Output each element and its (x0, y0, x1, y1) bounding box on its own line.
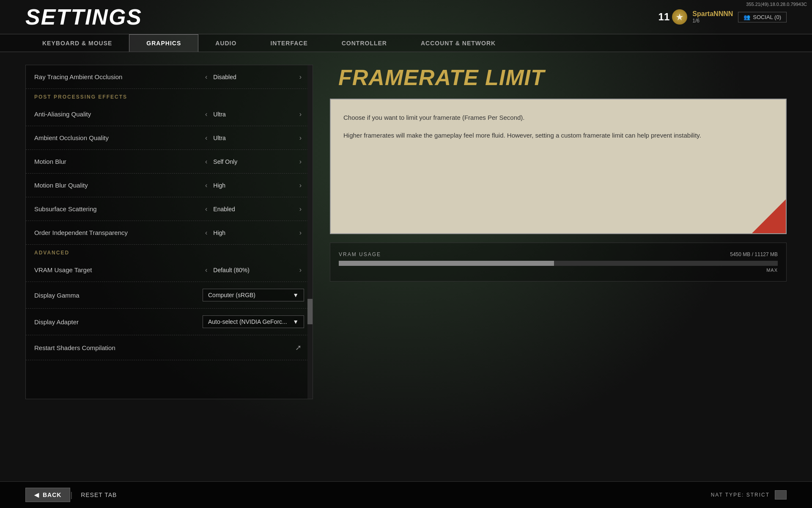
back-arrow-icon: ◀ (34, 491, 39, 498)
vram-used: 5450 MB (730, 251, 750, 257)
setting-display-adapter: Display Adapter Auto-select (NVIDIA GeFo… (26, 309, 313, 335)
tab-graphics[interactable]: GRAPHICS (129, 34, 198, 52)
info-panel: Framerate Limit Choose if you want to li… (330, 65, 787, 471)
subsurface-scattering-next[interactable]: › (297, 204, 304, 214)
scrollbar-thumb (307, 299, 313, 324)
order-transparency-label: Order Independent Transparency (34, 229, 128, 236)
vram-bar-fill (339, 261, 554, 266)
setting-motion-blur: Motion Blur ‹ Self Only › (26, 150, 313, 174)
ambient-occlusion-value: Ultra (213, 135, 293, 141)
order-transparency-value: High (213, 229, 293, 236)
motion-blur-quality-prev[interactable]: ‹ (203, 181, 210, 190)
vram-max-label: MAX (339, 268, 778, 273)
info-description-2: Higher framerates will make the gameplay… (343, 130, 773, 141)
setting-order-transparency: Order Independent Transparency ‹ High › (26, 221, 313, 245)
display-gamma-value: Computer (sRGB) (208, 292, 255, 298)
restart-shaders-button[interactable]: ➚ (293, 342, 304, 353)
subsurface-scattering-prev[interactable]: ‹ (203, 204, 210, 214)
tab-keyboard[interactable]: KEYBOARD & MOUSE (25, 34, 129, 52)
display-adapter-label: Display Adapter (34, 318, 79, 326)
display-adapter-dropdown[interactable]: Auto-select (NVIDIA GeForc... ▼ (203, 315, 304, 328)
tab-controller[interactable]: CONTROLLER (325, 34, 404, 52)
setting-ambient-occlusion: Ambient Occlusion Quality ‹ Ultra › (26, 126, 313, 150)
ray-tracing-prev[interactable]: ‹ (203, 72, 210, 82)
vram-target-label: VRAM Usage Target (34, 266, 92, 273)
setting-display-gamma: Display Gamma Computer (sRGB) ▼ (26, 282, 313, 309)
display-gamma-label: Display Gamma (34, 292, 80, 299)
reset-tab-button[interactable]: RESET TAB (72, 488, 125, 502)
order-transparency-prev[interactable]: ‹ (203, 228, 210, 237)
scrollbar[interactable] (307, 65, 313, 399)
ray-tracing-next[interactable]: › (297, 72, 304, 82)
ambient-occlusion-next[interactable]: › (297, 133, 304, 143)
subsurface-scattering-control: ‹ Enabled › (203, 204, 304, 214)
ray-tracing-control: ‹ Disabled › (203, 72, 304, 82)
ambient-occlusion-label: Ambient Occlusion Quality (34, 134, 109, 141)
level-number: 11 (658, 11, 670, 23)
setting-anti-aliasing: Anti-Aliasing Quality ‹ Ultra › (26, 102, 313, 126)
section-post-processing: POST PROCESSING EFFECTS (26, 89, 313, 102)
vram-section: VRAM USAGE 5450 MB / 11127 MB MAX (330, 243, 787, 282)
setting-vram-target: VRAM Usage Target ‹ Default (80%) › (26, 258, 313, 282)
vram-target-prev[interactable]: ‹ (203, 265, 210, 275)
page-wrapper: 355.21(49).18.0.28.0.79943C SETTINGS 11 … (0, 0, 812, 508)
motion-blur-prev[interactable]: ‹ (203, 157, 210, 166)
motion-blur-quality-next[interactable]: › (297, 181, 304, 190)
chevron-down-icon: ▼ (293, 292, 299, 298)
motion-blur-label: Motion Blur (34, 158, 66, 165)
level-icon (672, 9, 687, 25)
tab-account[interactable]: ACCOUNT & NETWORK (404, 34, 513, 52)
social-label: SOCIAL (0) (753, 14, 781, 20)
subsurface-scattering-label: Subsurface Scattering (34, 205, 97, 213)
subsurface-scattering-value: Enabled (213, 206, 293, 213)
bottom-left: ◀ BACK | RESET TAB (25, 488, 125, 502)
tab-audio[interactable]: AUDIO (198, 34, 253, 52)
setting-subsurface-scattering: Subsurface Scattering ‹ Enabled › (26, 197, 313, 221)
back-label: BACK (43, 491, 61, 498)
display-gamma-dropdown[interactable]: Computer (sRGB) ▼ (203, 289, 304, 301)
tab-interface[interactable]: INTERFACE (253, 34, 324, 52)
ray-tracing-label: Ray Tracing Ambient Occlusion (34, 73, 122, 80)
svg-marker-0 (676, 14, 683, 20)
bottom-right: NAT TYPE: STRICT (711, 490, 787, 500)
info-description-1: Choose if you want to limit your framera… (343, 112, 773, 123)
display-adapter-value: Auto-select (NVIDIA GeForc... (208, 318, 287, 325)
user-details: SpartaNNNN 1/6 (692, 10, 733, 24)
level-badge: 11 (658, 9, 688, 25)
social-button[interactable]: 👥 SOCIAL (0) (738, 12, 787, 22)
anti-aliasing-next[interactable]: › (297, 110, 304, 119)
back-button[interactable]: ◀ BACK (25, 488, 70, 502)
motion-blur-quality-label: Motion Blur Quality (34, 182, 88, 189)
setting-motion-blur-quality: Motion Blur Quality ‹ High › (26, 174, 313, 197)
vram-label: VRAM USAGE (339, 251, 381, 257)
order-transparency-control: ‹ High › (203, 228, 304, 237)
ambient-occlusion-control: ‹ Ultra › (203, 133, 304, 143)
settings-panel: Ray Tracing Ambient Occlusion ‹ Disabled… (25, 65, 313, 471)
settings-list: Ray Tracing Ambient Occlusion ‹ Disabled… (25, 65, 313, 399)
ray-tracing-value: Disabled (213, 74, 293, 80)
anti-aliasing-value: Ultra (213, 111, 293, 118)
order-transparency-next[interactable]: › (297, 228, 304, 237)
section-advanced: ADVANCED (26, 245, 313, 258)
anti-aliasing-prev[interactable]: ‹ (203, 110, 210, 119)
vram-header: VRAM USAGE 5450 MB / 11127 MB (339, 251, 778, 257)
vram-bar-background (339, 261, 778, 266)
setting-restart-shaders: Restart Shaders Compilation ➚ (26, 335, 313, 360)
vram-target-next[interactable]: › (297, 265, 304, 275)
vram-target-value: Default (80%) (213, 267, 293, 273)
ambient-occlusion-prev[interactable]: ‹ (203, 133, 210, 143)
anti-aliasing-label: Anti-Aliasing Quality (34, 110, 91, 118)
info-card: Choose if you want to limit your framera… (330, 99, 787, 234)
framerate-title: Framerate Limit (330, 65, 787, 90)
setting-ray-tracing: Ray Tracing Ambient Occlusion ‹ Disabled… (26, 65, 313, 89)
vram-value: 5450 MB / 11127 MB (730, 251, 778, 257)
party-info: 1/6 (692, 18, 733, 24)
motion-blur-next[interactable]: › (297, 157, 304, 166)
main-content: Ray Tracing Ambient Occlusion ‹ Disabled… (0, 52, 812, 484)
motion-blur-control: ‹ Self Only › (203, 157, 304, 166)
vram-total: 11127 MB (754, 251, 778, 257)
header: SETTINGS 11 SpartaNNNN 1/6 👥 SOCIAL (0) (0, 0, 812, 34)
anti-aliasing-control: ‹ Ultra › (203, 110, 304, 119)
nav-tabs: KEYBOARD & MOUSE GRAPHICS AUDIO INTERFAC… (0, 34, 812, 52)
motion-blur-quality-value: High (213, 182, 293, 189)
